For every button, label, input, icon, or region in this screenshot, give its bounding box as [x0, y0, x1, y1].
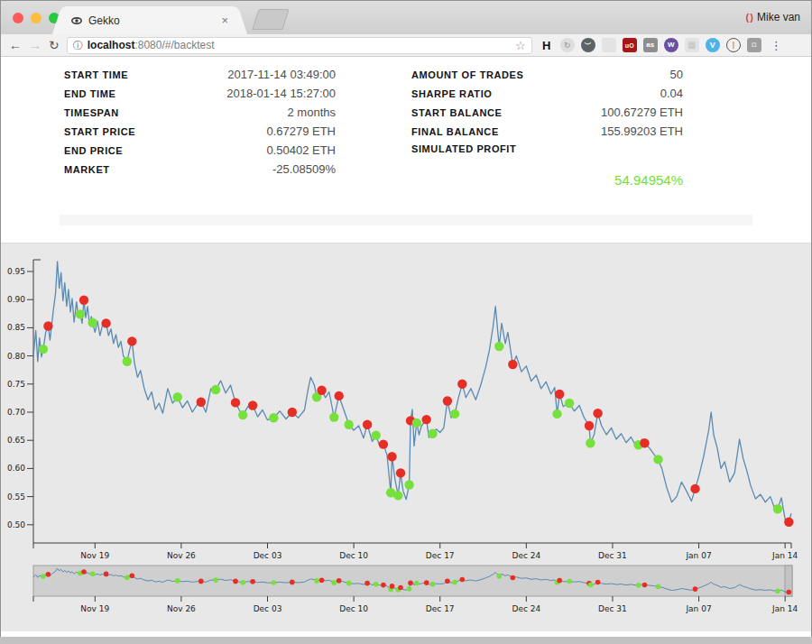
- extensions-row: H↻﹀uOasW▦V❘◘: [540, 38, 761, 52]
- stat-end-price: END PRICE 0.50402 ETH: [64, 143, 336, 162]
- ublock-extension-icon[interactable]: uO: [623, 38, 637, 52]
- browser-menu-icon[interactable]: ⋮: [770, 39, 782, 52]
- stat-sharpe-ratio: SHARPE RATIO 0.04: [411, 87, 683, 106]
- svg-text:0.70: 0.70: [7, 408, 25, 417]
- h-extension-icon[interactable]: H: [540, 38, 554, 52]
- svg-text:0.90: 0.90: [7, 295, 25, 304]
- stat-amount-of-trades: AMOUNT OF TRADES 50: [411, 68, 683, 87]
- svg-text:Jan 14: Jan 14: [771, 551, 798, 560]
- stat-final-balance: FINAL BALANCE 155.99203 ETH: [411, 124, 683, 143]
- svg-text:Dec 03: Dec 03: [254, 551, 282, 560]
- pocket-extension-icon[interactable]: ﹀: [581, 38, 595, 52]
- svg-text:Nov 26: Nov 26: [167, 551, 196, 560]
- svg-text:0.60: 0.60: [7, 464, 25, 473]
- stat-start-price: START PRICE 0.67279 ETH: [64, 124, 336, 143]
- svg-text:0.80: 0.80: [7, 352, 25, 361]
- sync-extension-icon[interactable]: ↻: [560, 38, 575, 52]
- price-chart[interactable]: 0.950.900.850.800.750.700.650.600.550.50…: [1, 244, 812, 561]
- tab-title: Gekko: [88, 14, 221, 27]
- info-extension-icon[interactable]: ❘: [726, 38, 741, 52]
- svg-text:0.85: 0.85: [7, 323, 25, 332]
- svg-text:Nov 19: Nov 19: [80, 604, 109, 613]
- svg-text:Dec 17: Dec 17: [426, 551, 455, 560]
- lastfm-extension-icon[interactable]: as: [643, 38, 658, 52]
- stat-start-balance: START BALANCE 100.67279 ETH: [411, 106, 683, 124]
- svg-text:Dec 10: Dec 10: [339, 551, 368, 560]
- simulated-profit-value: 54.94954%: [411, 172, 683, 188]
- svg-text:Nov 19: Nov 19: [80, 551, 109, 560]
- forward-button: →: [29, 39, 42, 51]
- account-name: Mike van: [757, 11, 800, 23]
- svg-text:Nov 26: Nov 26: [167, 604, 196, 613]
- svg-text:Jan 14: Jan 14: [771, 604, 798, 613]
- backtest-result-panel: START TIME 2017-11-14 03:49:00 END TIME …: [1, 57, 811, 243]
- stat-end-time: END TIME 2018-01-14 15:27:00: [64, 87, 336, 106]
- svg-text:Dec 24: Dec 24: [512, 551, 540, 560]
- svg-text:Dec 17: Dec 17: [426, 604, 455, 613]
- back-button[interactable]: ←: [9, 39, 22, 51]
- svg-text:Dec 31: Dec 31: [598, 551, 627, 560]
- reload-button[interactable]: ↻: [49, 39, 60, 51]
- url-path: :8080/#/backtest: [134, 39, 214, 51]
- account-indicator[interactable]: ( ) Mike van: [746, 11, 800, 23]
- vue-extension-icon[interactable]: V: [706, 38, 720, 52]
- svg-text:Jan 07: Jan 07: [685, 604, 711, 613]
- svg-text:Dec 10: Dec 10: [339, 604, 368, 613]
- svg-text:Dec 31: Dec 31: [598, 604, 627, 613]
- tab-gekko[interactable]: Gekko ×: [64, 6, 235, 34]
- close-window-button[interactable]: [13, 13, 23, 23]
- ghost-extension-icon[interactable]: [602, 38, 616, 52]
- bookmark-star-icon[interactable]: ☆: [515, 39, 526, 52]
- tab-bar: Gekko × ( ) Mike van: [1, 1, 811, 34]
- svg-text:Jan 07: Jan 07: [685, 551, 711, 560]
- chart-brush-overview[interactable]: Nov 19Nov 26Dec 03Dec 10Dec 17Dec 24Dec …: [1, 561, 812, 621]
- browser-toolbar: ← → ↻ ⓘ localhost:8080/#/backtest ☆ H↻﹀u…: [1, 34, 811, 57]
- page-bottom-strip: [0, 633, 812, 637]
- progress-divider-bar: [60, 215, 752, 225]
- wappalyzer-extension-icon[interactable]: W: [664, 38, 678, 52]
- gekko-favicon-icon: [71, 15, 82, 26]
- sync-error-icon: ( ): [746, 12, 752, 23]
- minimize-window-button[interactable]: [31, 13, 42, 23]
- tab-close-icon[interactable]: ×: [221, 14, 228, 27]
- page-info-icon[interactable]: ⓘ: [73, 39, 83, 52]
- stat-simulated-profit: SIMULATED PROFIT: [411, 143, 683, 162]
- svg-text:0.95: 0.95: [7, 267, 25, 276]
- new-tab-button[interactable]: [252, 9, 289, 30]
- browser-window: Gekko × ( ) Mike van ← → ↻ ⓘ localhost:8…: [0, 0, 812, 633]
- url-host: localhost: [88, 39, 135, 51]
- stat-start-time: START TIME 2017-11-14 03:49:00: [64, 68, 336, 87]
- svg-text:0.75: 0.75: [7, 380, 25, 389]
- grid-extension-icon[interactable]: ▦: [685, 38, 699, 52]
- svg-text:0.65: 0.65: [7, 436, 25, 445]
- stat-market: MARKET -25.08509%: [64, 162, 336, 181]
- svg-text:Dec 24: Dec 24: [512, 604, 540, 613]
- address-bar[interactable]: ⓘ localhost:8080/#/backtest ☆: [67, 37, 532, 54]
- stat-timespan: TIMESPAN 2 months: [64, 106, 336, 124]
- stats-right-column: AMOUNT OF TRADES 50 SHARPE RATIO 0.04 ST…: [411, 68, 683, 188]
- chart-section: 0.950.900.850.800.750.700.650.600.550.50…: [1, 243, 811, 631]
- svg-text:0.50: 0.50: [7, 520, 25, 529]
- svg-text:0.55: 0.55: [7, 492, 25, 501]
- window-controls: [13, 13, 60, 23]
- shade-extension-icon[interactable]: ◘: [747, 38, 761, 52]
- svg-text:Dec 03: Dec 03: [254, 604, 282, 613]
- stats-left-column: START TIME 2017-11-14 03:49:00 END TIME …: [64, 68, 336, 188]
